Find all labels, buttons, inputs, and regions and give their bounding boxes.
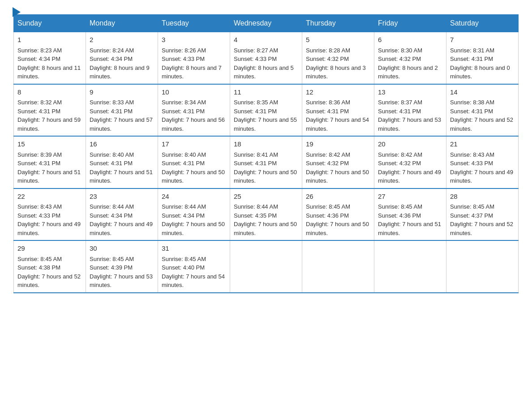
calendar-day-cell: 15 Sunrise: 8:39 AMSunset: 4:31 PMDaylig… [14, 136, 86, 188]
day-number: 20 [378, 139, 442, 150]
calendar-day-cell: 12 Sunrise: 8:36 AMSunset: 4:31 PMDaylig… [302, 84, 374, 137]
day-number: 2 [90, 35, 154, 45]
day-number: 18 [234, 139, 298, 150]
weekday-header-monday: Monday [86, 15, 158, 32]
page-header [13, 9, 519, 10]
calendar-week-row: 29 Sunrise: 8:45 AMSunset: 4:38 PMDaylig… [14, 240, 519, 293]
day-info: Sunrise: 8:24 AMSunset: 4:34 PMDaylight:… [90, 47, 150, 80]
day-number: 8 [17, 87, 82, 98]
svg-marker-0 [13, 7, 21, 17]
calendar-day-cell: 1 Sunrise: 8:23 AMSunset: 4:34 PMDayligh… [14, 32, 86, 84]
day-number: 9 [90, 87, 154, 98]
day-info: Sunrise: 8:35 AMSunset: 4:31 PMDaylight:… [234, 99, 297, 132]
calendar-day-cell [230, 240, 302, 293]
day-info: Sunrise: 8:33 AMSunset: 4:31 PMDaylight:… [90, 99, 153, 132]
day-number: 3 [162, 35, 226, 45]
day-info: Sunrise: 8:34 AMSunset: 4:31 PMDaylight:… [162, 99, 225, 132]
calendar-day-cell: 7 Sunrise: 8:31 AMSunset: 4:31 PMDayligh… [446, 32, 519, 84]
day-info: Sunrise: 8:43 AMSunset: 4:33 PMDaylight:… [17, 203, 81, 236]
calendar-day-cell: 25 Sunrise: 8:44 AMSunset: 4:35 PMDaylig… [230, 188, 302, 241]
calendar-week-row: 1 Sunrise: 8:23 AMSunset: 4:34 PMDayligh… [14, 32, 519, 84]
day-number: 14 [450, 87, 515, 98]
day-info: Sunrise: 8:42 AMSunset: 4:32 PMDaylight:… [378, 151, 441, 184]
day-number: 7 [450, 35, 515, 45]
calendar-day-cell: 4 Sunrise: 8:27 AMSunset: 4:33 PMDayligh… [230, 32, 302, 84]
day-info: Sunrise: 8:36 AMSunset: 4:31 PMDaylight:… [306, 99, 369, 132]
weekday-header-wednesday: Wednesday [230, 15, 302, 32]
calendar-day-cell: 27 Sunrise: 8:45 AMSunset: 4:36 PMDaylig… [374, 188, 446, 241]
day-info: Sunrise: 8:45 AMSunset: 4:39 PMDaylight:… [90, 256, 153, 289]
calendar-day-cell: 24 Sunrise: 8:44 AMSunset: 4:34 PMDaylig… [158, 188, 230, 241]
day-info: Sunrise: 8:45 AMSunset: 4:37 PMDaylight:… [450, 203, 513, 236]
calendar-day-cell: 31 Sunrise: 8:45 AMSunset: 4:40 PMDaylig… [158, 240, 230, 293]
weekday-header-tuesday: Tuesday [158, 15, 230, 32]
logo-arrow-icon [13, 7, 22, 17]
day-number: 17 [162, 139, 226, 150]
day-info: Sunrise: 8:38 AMSunset: 4:31 PMDaylight:… [450, 99, 513, 132]
day-info: Sunrise: 8:40 AMSunset: 4:31 PMDaylight:… [162, 151, 225, 184]
calendar-day-cell: 17 Sunrise: 8:40 AMSunset: 4:31 PMDaylig… [158, 136, 230, 188]
day-info: Sunrise: 8:40 AMSunset: 4:31 PMDaylight:… [90, 151, 153, 184]
calendar-day-cell: 20 Sunrise: 8:42 AMSunset: 4:32 PMDaylig… [374, 136, 446, 188]
weekday-header-row: SundayMondayTuesdayWednesdayThursdayFrid… [14, 15, 519, 32]
calendar-day-cell: 19 Sunrise: 8:42 AMSunset: 4:32 PMDaylig… [302, 136, 374, 188]
day-number: 31 [162, 244, 226, 254]
day-number: 21 [450, 139, 515, 150]
weekday-header-friday: Friday [374, 15, 446, 32]
day-info: Sunrise: 8:45 AMSunset: 4:38 PMDaylight:… [17, 256, 81, 289]
calendar-day-cell: 8 Sunrise: 8:32 AMSunset: 4:31 PMDayligh… [14, 84, 86, 137]
calendar-day-cell: 3 Sunrise: 8:26 AMSunset: 4:33 PMDayligh… [158, 32, 230, 84]
day-number: 6 [378, 35, 442, 45]
day-number: 23 [90, 192, 154, 202]
day-number: 5 [306, 35, 370, 45]
day-info: Sunrise: 8:45 AMSunset: 4:40 PMDaylight:… [162, 256, 225, 289]
calendar-day-cell: 16 Sunrise: 8:40 AMSunset: 4:31 PMDaylig… [86, 136, 158, 188]
day-info: Sunrise: 8:41 AMSunset: 4:31 PMDaylight:… [234, 151, 297, 184]
day-number: 10 [162, 87, 226, 98]
calendar-day-cell: 28 Sunrise: 8:45 AMSunset: 4:37 PMDaylig… [446, 188, 519, 241]
calendar-day-cell: 18 Sunrise: 8:41 AMSunset: 4:31 PMDaylig… [230, 136, 302, 188]
day-info: Sunrise: 8:44 AMSunset: 4:35 PMDaylight:… [234, 203, 297, 236]
day-info: Sunrise: 8:31 AMSunset: 4:31 PMDaylight:… [450, 47, 510, 80]
day-info: Sunrise: 8:32 AMSunset: 4:31 PMDaylight:… [17, 99, 81, 132]
calendar-week-row: 8 Sunrise: 8:32 AMSunset: 4:31 PMDayligh… [14, 84, 519, 137]
day-info: Sunrise: 8:43 AMSunset: 4:33 PMDaylight:… [450, 151, 513, 184]
day-info: Sunrise: 8:28 AMSunset: 4:32 PMDaylight:… [306, 47, 366, 80]
calendar-week-row: 22 Sunrise: 8:43 AMSunset: 4:33 PMDaylig… [14, 188, 519, 241]
day-number: 15 [17, 139, 82, 150]
calendar-day-cell [374, 240, 446, 293]
day-info: Sunrise: 8:26 AMSunset: 4:33 PMDaylight:… [162, 47, 222, 80]
day-info: Sunrise: 8:42 AMSunset: 4:32 PMDaylight:… [306, 151, 369, 184]
day-number: 1 [17, 35, 82, 45]
calendar-day-cell: 6 Sunrise: 8:30 AMSunset: 4:32 PMDayligh… [374, 32, 446, 84]
weekday-header-sunday: Sunday [14, 15, 86, 32]
day-number: 27 [378, 192, 442, 202]
day-info: Sunrise: 8:27 AMSunset: 4:33 PMDaylight:… [234, 47, 294, 80]
weekday-header-saturday: Saturday [446, 15, 519, 32]
day-number: 12 [306, 87, 370, 98]
day-info: Sunrise: 8:45 AMSunset: 4:36 PMDaylight:… [378, 203, 441, 236]
day-info: Sunrise: 8:44 AMSunset: 4:34 PMDaylight:… [162, 203, 225, 236]
calendar-day-cell: 11 Sunrise: 8:35 AMSunset: 4:31 PMDaylig… [230, 84, 302, 137]
day-info: Sunrise: 8:39 AMSunset: 4:31 PMDaylight:… [17, 151, 81, 184]
day-number: 4 [234, 35, 298, 45]
calendar-day-cell: 21 Sunrise: 8:43 AMSunset: 4:33 PMDaylig… [446, 136, 519, 188]
calendar-day-cell [302, 240, 374, 293]
day-number: 30 [90, 244, 154, 254]
day-info: Sunrise: 8:45 AMSunset: 4:36 PMDaylight:… [306, 203, 369, 236]
day-info: Sunrise: 8:23 AMSunset: 4:34 PMDaylight:… [17, 47, 81, 80]
calendar-day-cell: 29 Sunrise: 8:45 AMSunset: 4:38 PMDaylig… [14, 240, 86, 293]
day-number: 13 [378, 87, 442, 98]
calendar-day-cell: 5 Sunrise: 8:28 AMSunset: 4:32 PMDayligh… [302, 32, 374, 84]
calendar-day-cell: 26 Sunrise: 8:45 AMSunset: 4:36 PMDaylig… [302, 188, 374, 241]
calendar-day-cell: 2 Sunrise: 8:24 AMSunset: 4:34 PMDayligh… [86, 32, 158, 84]
day-number: 16 [90, 139, 154, 150]
day-number: 24 [162, 192, 226, 202]
calendar-day-cell: 30 Sunrise: 8:45 AMSunset: 4:39 PMDaylig… [86, 240, 158, 293]
day-number: 19 [306, 139, 370, 150]
weekday-header-thursday: Thursday [302, 15, 374, 32]
day-info: Sunrise: 8:30 AMSunset: 4:32 PMDaylight:… [378, 47, 438, 80]
day-info: Sunrise: 8:44 AMSunset: 4:34 PMDaylight:… [90, 203, 153, 236]
calendar-week-row: 15 Sunrise: 8:39 AMSunset: 4:31 PMDaylig… [14, 136, 519, 188]
day-number: 28 [450, 192, 515, 202]
